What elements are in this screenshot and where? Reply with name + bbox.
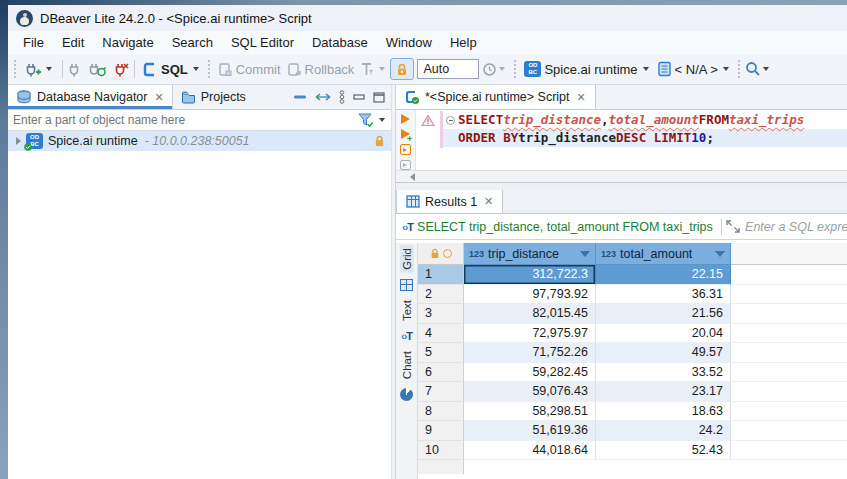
link-with-editor-icon[interactable] bbox=[315, 92, 331, 102]
commit-button[interactable]: Commit bbox=[215, 59, 284, 80]
disconnect-icon[interactable] bbox=[113, 62, 129, 77]
menu-database[interactable]: Database bbox=[303, 33, 377, 52]
history-clock-icon[interactable] bbox=[482, 62, 497, 77]
menu-search[interactable]: Search bbox=[163, 33, 222, 52]
txn-mode-select[interactable]: Auto bbox=[417, 59, 479, 79]
tab-results-1[interactable]: Results 1 ✕ bbox=[396, 190, 503, 213]
filter-expression-placeholder[interactable]: Enter a SQL expression to bbox=[745, 220, 847, 234]
grid-cell[interactable]: 44,018.64 bbox=[464, 441, 596, 461]
close-icon[interactable]: ✕ bbox=[577, 91, 586, 104]
schema-dropdown-caret[interactable] bbox=[723, 67, 729, 71]
column-header-trip-distance[interactable]: 123 trip_distance bbox=[464, 243, 596, 265]
fold-margin[interactable] bbox=[443, 116, 458, 125]
sql-dropdown-caret[interactable] bbox=[193, 67, 199, 71]
presentation-tab-chart[interactable]: Chart bbox=[400, 348, 414, 382]
row-number-cell[interactable]: 10 bbox=[418, 441, 464, 461]
table-row[interactable]: 1312,722.322.15 bbox=[418, 265, 847, 285]
grid-cell[interactable]: 51,619.36 bbox=[464, 421, 596, 441]
tab-sql-script[interactable]: *<Spice.ai runtime> Script ✕ bbox=[396, 85, 596, 109]
grid-cell[interactable]: 22.15 bbox=[596, 265, 731, 285]
menu-edit[interactable]: Edit bbox=[53, 33, 93, 52]
execute-statement-button[interactable] bbox=[401, 114, 410, 124]
table-row[interactable]: 297,793.9236.31 bbox=[418, 285, 847, 305]
menu-file[interactable]: File bbox=[14, 33, 53, 52]
text-presentation-icon[interactable]: ‹›T bbox=[401, 330, 412, 342]
row-number-cell[interactable]: 2 bbox=[418, 285, 464, 305]
menu-navigate[interactable]: Navigate bbox=[93, 33, 162, 52]
connection-selector[interactable]: ODBC Spice.ai runtime bbox=[521, 58, 653, 80]
grid-cell[interactable]: 59,282.45 bbox=[464, 363, 596, 383]
row-number-cell[interactable]: 4 bbox=[418, 324, 464, 344]
toolbar-grip[interactable] bbox=[513, 60, 518, 78]
table-row[interactable]: 571,752.2649.57 bbox=[418, 343, 847, 363]
rollback-button[interactable]: Rollback bbox=[284, 59, 358, 80]
row-number-cell[interactable]: 6 bbox=[418, 363, 464, 383]
scroll-left-icon[interactable] bbox=[410, 173, 415, 181]
toolbar-grip[interactable] bbox=[737, 60, 742, 78]
close-icon[interactable]: ✕ bbox=[484, 195, 493, 208]
toolbar-grip[interactable] bbox=[13, 60, 18, 78]
code-line-2[interactable]: ORDER BY trip_distance DESC LIMIT 10; bbox=[443, 129, 847, 147]
sql-editor-button[interactable]: SQL bbox=[140, 59, 204, 80]
grid-cell[interactable]: 36.31 bbox=[596, 285, 731, 305]
editor-results-splitter[interactable] bbox=[396, 182, 847, 190]
code-line-1[interactable]: SELECT trip_distance, total_amount FROM … bbox=[443, 111, 847, 129]
view-menu-icon[interactable] bbox=[339, 90, 345, 104]
auto-commit-toggle[interactable] bbox=[390, 58, 414, 80]
grid-cell[interactable]: 20.04 bbox=[596, 324, 731, 344]
grid-cell[interactable]: 82,015.45 bbox=[464, 304, 596, 324]
table-row[interactable]: 659,282.4533.52 bbox=[418, 363, 847, 383]
minimize-icon[interactable] bbox=[353, 92, 365, 102]
column-header-total-amount[interactable]: 123 total_amount bbox=[596, 243, 731, 265]
pie-chart-icon[interactable] bbox=[400, 388, 413, 401]
grid-corner-cell[interactable] bbox=[418, 243, 464, 265]
grid-cell[interactable]: 33.52 bbox=[596, 363, 731, 383]
grid-cell[interactable]: 312,722.3 bbox=[464, 265, 596, 285]
table-row[interactable]: 858,298.5118.63 bbox=[418, 402, 847, 422]
sort-dropdown-icon[interactable] bbox=[580, 251, 590, 257]
search-dropdown-caret[interactable] bbox=[763, 67, 769, 71]
grid-cell[interactable]: 52.43 bbox=[596, 441, 731, 461]
editor-horizontal-scrollbar[interactable] bbox=[396, 170, 847, 182]
execute-script-new-tab-button[interactable] bbox=[400, 160, 411, 171]
code-area[interactable]: SELECT trip_distance, total_amount FROM … bbox=[443, 110, 847, 170]
row-number-cell[interactable]: 3 bbox=[418, 304, 464, 324]
tree-item-connection[interactable]: ODBC Spice.ai runtime - 10.0.0.238:50051 bbox=[8, 131, 391, 151]
tab-database-navigator[interactable]: Database Navigator ✕ bbox=[8, 85, 173, 109]
grid-cell[interactable]: 97,793.92 bbox=[464, 285, 596, 305]
fold-collapse-icon[interactable] bbox=[446, 116, 455, 125]
execute-script-button[interactable] bbox=[400, 144, 411, 155]
grid-cell[interactable]: 24.2 bbox=[596, 421, 731, 441]
presentation-tab-text[interactable]: Text bbox=[400, 297, 414, 324]
toolbar-grip[interactable] bbox=[207, 60, 212, 78]
menu-help[interactable]: Help bbox=[441, 33, 486, 52]
connection-dropdown-caret[interactable] bbox=[643, 67, 649, 71]
transaction-log-button[interactable] bbox=[357, 59, 390, 80]
menu-window[interactable]: Window bbox=[377, 33, 441, 52]
reconnect-icon[interactable] bbox=[88, 62, 107, 77]
row-number-cell[interactable]: 5 bbox=[418, 343, 464, 363]
search-icon[interactable] bbox=[745, 61, 761, 77]
menu-sql-editor[interactable]: SQL Editor bbox=[222, 33, 303, 52]
grid-cell[interactable]: 21.56 bbox=[596, 304, 731, 324]
collapse-all-icon[interactable] bbox=[294, 94, 307, 100]
grid-cell[interactable]: 71,752.26 bbox=[464, 343, 596, 363]
history-dropdown-caret[interactable] bbox=[499, 67, 505, 71]
table-row[interactable]: 472,975.9720.04 bbox=[418, 324, 847, 344]
table-row[interactable]: 759,076.4323.17 bbox=[418, 382, 847, 402]
table-row[interactable]: 382,015.4521.56 bbox=[418, 304, 847, 324]
row-number-cell[interactable]: 1 bbox=[418, 265, 464, 285]
table-row[interactable]: 951,619.3624.2 bbox=[418, 421, 847, 441]
plug-icon[interactable] bbox=[68, 62, 82, 77]
table-row[interactable]: 1044,018.6452.43 bbox=[418, 441, 847, 461]
row-number-cell[interactable]: 9 bbox=[418, 421, 464, 441]
filter-funnel-icon[interactable] bbox=[357, 112, 375, 128]
grid-cell[interactable]: 23.17 bbox=[596, 382, 731, 402]
row-number-cell[interactable]: 8 bbox=[418, 402, 464, 422]
grid-cell[interactable]: 49.57 bbox=[596, 343, 731, 363]
expand-panel-icon[interactable] bbox=[726, 220, 740, 233]
presentation-tab-grid[interactable]: Grid bbox=[400, 245, 414, 273]
grid-cell[interactable]: 18.63 bbox=[596, 402, 731, 422]
grid-cell[interactable]: 72,975.97 bbox=[464, 324, 596, 344]
grid-cell[interactable]: 58,298.51 bbox=[464, 402, 596, 422]
